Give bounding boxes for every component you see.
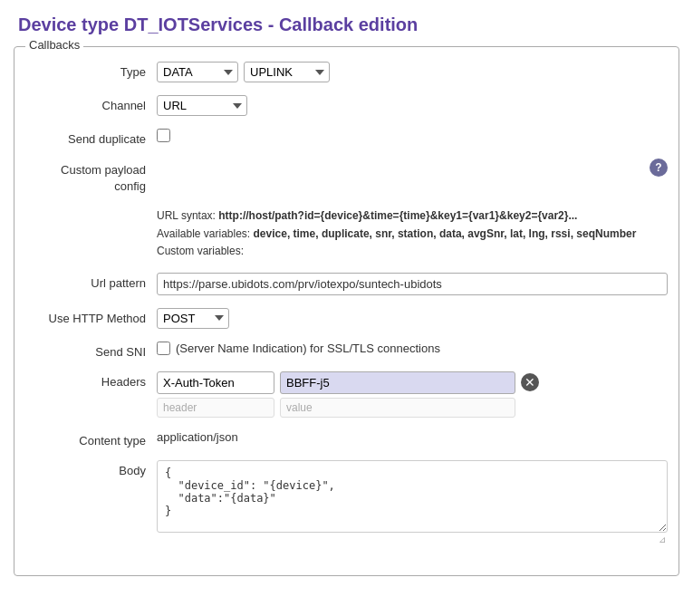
send-sni-row: Send SNI (Server Name Indication) for SS…: [25, 342, 668, 359]
type-data-select[interactable]: DATA: [157, 62, 238, 82]
page-header: Device type DT_IOTServices - Callback ed…: [0, 0, 693, 46]
send-duplicate-row: Send duplicate: [25, 129, 668, 146]
http-method-label: Use HTTP Method: [25, 308, 157, 325]
headers-inputs-row: ✕: [157, 371, 539, 394]
url-syntax-line: URL syntax: http://host/path?id={device}…: [157, 207, 636, 225]
url-syntax-value: http://host/path?id={device}&time={time}…: [218, 209, 577, 222]
channel-label: Channel: [25, 95, 157, 112]
custom-payload-row: Custom payloadconfig ?: [25, 159, 668, 195]
page-title: Device type DT_IOTServices - Callback ed…: [18, 14, 675, 35]
url-info-block: URL syntax: http://host/path?id={device}…: [157, 207, 636, 260]
callbacks-legend: Callbacks: [25, 38, 83, 52]
header-key-placeholder: header: [157, 398, 274, 418]
headers-row: Headers ✕ header value: [25, 371, 668, 418]
http-method-select[interactable]: POST GET: [157, 308, 229, 329]
send-sni-control: (Server Name Indication) for SSL/TLS con…: [157, 342, 668, 355]
url-info-row: URL syntax: http://host/path?id={device}…: [25, 207, 668, 260]
headers-label: Headers: [25, 371, 157, 389]
url-pattern-label: Url pattern: [25, 273, 157, 290]
http-method-control: POST GET: [157, 308, 668, 329]
header-value-input[interactable]: [280, 371, 515, 394]
body-label: Body: [25, 460, 157, 477]
header-value-placeholder: value: [280, 398, 515, 418]
body-textarea[interactable]: { "device_id": "{device}", "data":"{data…: [157, 460, 668, 533]
custom-payload-control: ?: [157, 159, 668, 177]
content-type-label: Content type: [25, 430, 157, 448]
custom-payload-label: Custom payloadconfig: [25, 159, 157, 195]
url-info-empty-label: [25, 207, 157, 211]
send-duplicate-control: [157, 129, 668, 142]
available-vars-label: Available variables:: [157, 227, 250, 240]
remove-header-button[interactable]: ✕: [521, 373, 539, 391]
available-vars-value: device, time, duplicate, snr, station, d…: [254, 227, 637, 240]
http-method-row: Use HTTP Method POST GET: [25, 308, 668, 329]
url-syntax-label: URL syntax:: [157, 209, 216, 222]
headers-control: ✕ header value: [157, 371, 668, 418]
channel-controls: URL: [157, 95, 668, 116]
send-sni-label: Send SNI: [25, 342, 157, 359]
help-icon[interactable]: ?: [650, 159, 668, 177]
callbacks-section: Callbacks Type DATA UPLINK Channel URL S…: [14, 46, 679, 576]
channel-select[interactable]: URL: [157, 95, 247, 116]
custom-vars-line: Custom variables:: [157, 243, 636, 260]
type-uplink-select[interactable]: UPLINK: [244, 62, 330, 82]
body-control: { "device_id": "{device}", "data":"{data…: [157, 460, 668, 544]
send-duplicate-label: Send duplicate: [25, 129, 157, 146]
content-type-row: Content type application/json: [25, 430, 668, 448]
custom-vars-label: Custom variables:: [157, 245, 244, 257]
header-key-input[interactable]: [157, 371, 274, 394]
content-type-value: application/json: [157, 430, 238, 444]
url-pattern-control: [157, 273, 668, 295]
body-row: Body { "device_id": "{device}", "data":"…: [25, 460, 668, 544]
type-controls: DATA UPLINK: [157, 62, 668, 82]
resize-handle: ⊿: [659, 533, 668, 544]
send-sni-checkbox[interactable]: [157, 342, 170, 355]
send-duplicate-checkbox[interactable]: [157, 129, 170, 142]
url-pattern-row: Url pattern: [25, 273, 668, 295]
headers-placeholder-row: header value: [157, 398, 515, 418]
type-label: Type: [25, 62, 157, 79]
sni-description: (Server Name Indication) for SSL/TLS con…: [176, 342, 440, 355]
type-row: Type DATA UPLINK: [25, 62, 668, 82]
channel-row: Channel URL: [25, 95, 668, 116]
url-pattern-input[interactable]: [157, 273, 668, 295]
available-vars-line: Available variables: device, time, dupli…: [157, 226, 636, 243]
content-type-control: application/json: [157, 430, 668, 444]
